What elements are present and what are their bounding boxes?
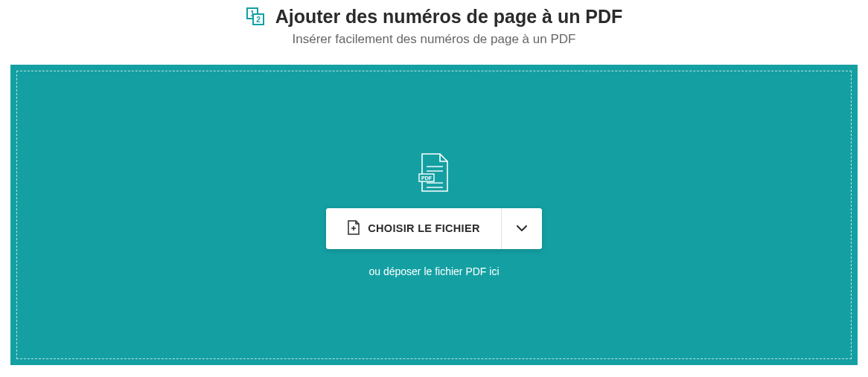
page-subtitle: Insérer facilement des numéros de page à… bbox=[0, 32, 868, 47]
choose-file-group: CHOISIR LE FICHIER bbox=[326, 208, 541, 249]
svg-text:PDF: PDF bbox=[421, 175, 433, 181]
drop-hint-text: ou déposer le fichier PDF ici bbox=[368, 265, 499, 277]
dropzone-inner: PDF CHOISIR LE FICHIER bbox=[16, 71, 852, 359]
page-header: 1 2 Ajouter des numéros de page à un PDF… bbox=[0, 0, 868, 54]
chevron-down-icon bbox=[517, 223, 527, 234]
page-numbers-icon: 1 2 bbox=[246, 7, 267, 28]
svg-text:2: 2 bbox=[256, 16, 261, 24]
dropzone[interactable]: PDF CHOISIR LE FICHIER bbox=[10, 65, 858, 365]
file-add-icon bbox=[347, 220, 360, 237]
pdf-file-icon: PDF bbox=[418, 153, 450, 193]
page-title: Ajouter des numéros de page à un PDF bbox=[275, 6, 623, 28]
choose-file-label: CHOISIR LE FICHIER bbox=[368, 222, 479, 234]
choose-file-dropdown-button[interactable] bbox=[501, 208, 542, 249]
choose-file-button[interactable]: CHOISIR LE FICHIER bbox=[326, 208, 500, 249]
title-row: 1 2 Ajouter des numéros de page à un PDF bbox=[0, 6, 868, 28]
